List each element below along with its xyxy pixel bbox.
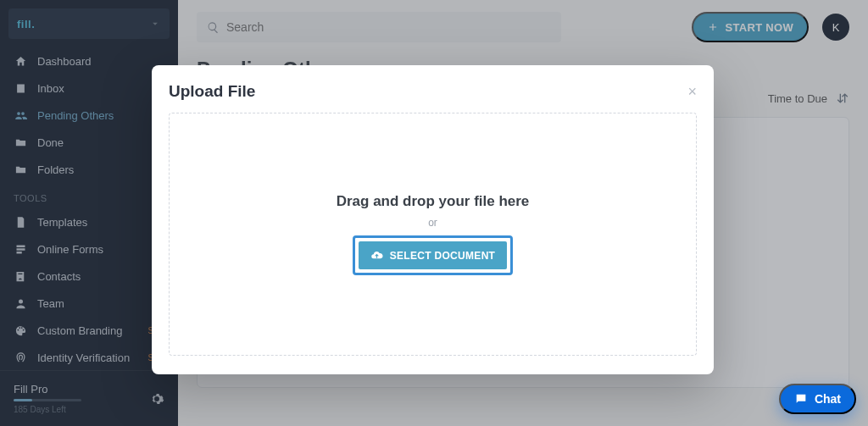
file-dropzone[interactable]: Drag and drop your file here or SELECT D… xyxy=(169,113,697,356)
modal-title: Upload File xyxy=(169,82,255,101)
cloud-upload-icon xyxy=(370,249,383,262)
close-icon[interactable]: × xyxy=(687,84,697,99)
chat-button[interactable]: Chat xyxy=(779,384,856,414)
select-document-highlight: SELECT DOCUMENT xyxy=(353,235,514,275)
select-document-label: SELECT DOCUMENT xyxy=(390,250,496,262)
dropzone-instruction: Drag and drop your file here xyxy=(337,193,530,210)
chat-icon xyxy=(794,392,808,406)
select-document-button[interactable]: SELECT DOCUMENT xyxy=(359,241,508,269)
dropzone-or: or xyxy=(428,217,437,229)
chat-label: Chat xyxy=(815,392,841,406)
upload-file-modal: Upload File × Drag and drop your file he… xyxy=(152,65,714,374)
